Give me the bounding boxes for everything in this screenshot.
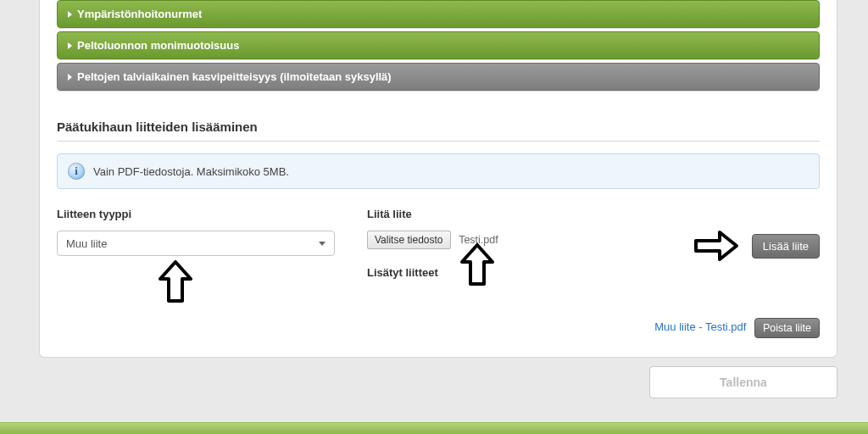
chosen-file-name: Testi.pdf: [459, 234, 498, 246]
caret-down-icon: [319, 242, 326, 246]
accordion-label: Peltojen talviaikainen kasvipeitteisyys …: [77, 70, 392, 83]
accordion-item-peltoluonnon[interactable]: Peltoluonnon monimuotoisuus: [57, 31, 820, 59]
remove-attachment-button[interactable]: Poista liite: [754, 318, 820, 338]
info-icon: i: [68, 163, 85, 180]
attach-file-label: Liitä liite: [367, 208, 638, 220]
arrow-up-icon: [459, 243, 496, 287]
caret-right-icon: [68, 11, 72, 18]
arrow-right-icon: [693, 229, 740, 263]
accordion: Ympäristönhoitonurmet Peltoluonnon monim…: [57, 0, 820, 91]
save-button[interactable]: Tallenna: [649, 366, 837, 398]
select-value: Muu liite: [66, 237, 107, 250]
choose-file-button[interactable]: Valitse tiedosto: [367, 231, 451, 249]
divider: [57, 141, 820, 142]
info-box: i Vain PDF-tiedostoja. Maksimikoko 5MB.: [57, 153, 820, 189]
section-title: Päätukihaun liitteiden lisääminen: [57, 120, 820, 134]
attachment-link[interactable]: Muu liite - Testi.pdf: [654, 320, 746, 333]
caret-right-icon: [68, 42, 72, 49]
added-attachments-label: Lisätyt liitteet: [367, 266, 638, 279]
arrow-up-icon: [157, 260, 194, 304]
caret-right-icon: [68, 74, 72, 81]
main-panel: Ympäristönhoitonurmet Peltoluonnon monim…: [39, 0, 837, 358]
accordion-label: Ympäristönhoitonurmet: [77, 8, 202, 20]
accordion-item-ymparistonhoitonurmet[interactable]: Ympäristönhoitonurmet: [57, 0, 820, 28]
accordion-item-peltojen-talviaikainen[interactable]: Peltojen talviaikainen kasvipeitteisyys …: [57, 63, 820, 91]
add-attachment-button[interactable]: Lisää liite: [752, 234, 820, 259]
attachment-type-select[interactable]: Muu liite: [57, 231, 335, 256]
info-text: Vain PDF-tiedostoja. Maksimikoko 5MB.: [93, 165, 289, 178]
attachment-type-label: Liitteen tyyppi: [57, 208, 367, 220]
added-attachment-row: Muu liite - Testi.pdf Poista liite: [57, 318, 820, 338]
accordion-label: Peltoluonnon monimuotoisuus: [77, 39, 239, 52]
footer-band: [0, 422, 868, 434]
